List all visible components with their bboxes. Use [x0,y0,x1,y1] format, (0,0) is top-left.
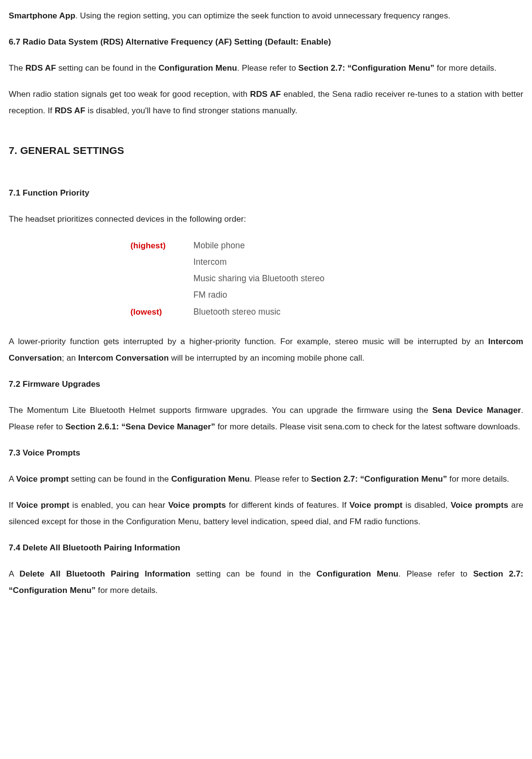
para-7-3-b: If Voice prompt is enabled, you can hear… [9,497,523,530]
priority-row: (lowest) Bluetooth stereo music [131,304,402,320]
text: will be interrupted by an incoming mobil… [169,353,365,363]
priority-row: (highest) Mobile phone [131,237,402,254]
text: When radio station signals get too weak … [9,90,250,99]
bold-intercom-conversation: Intercom Conversation [78,353,168,363]
text: A [9,569,19,578]
text: setting can be found in the [69,474,171,484]
bold-section-2-7: Section 2.7: “Configuration Menu” [311,474,447,484]
para-6-7-a: The RDS AF setting can be found in the C… [9,60,523,76]
para-7-3-a: A Voice prompt setting can be found in t… [9,471,523,487]
bold-voice-prompts: Voice prompts [451,501,508,510]
continuation-smartphone-app: Smartphone App. Using the region setting… [9,8,523,24]
para-7-2: The Momentum Lite Bluetooth Helmet suppo… [9,402,523,435]
priority-list: (highest) Mobile phone Intercom Music sh… [131,237,402,320]
priority-item: Intercom [194,254,227,270]
heading-6-7: 6.7 Radio Data System (RDS) Alternative … [9,34,523,50]
text: . Please refer to [237,63,299,73]
para-6-7-b: When radio station signals get too weak … [9,86,523,119]
bold-rds-af: RDS AF [55,106,85,115]
text: The [9,63,25,73]
bold-smartphone-app: Smartphone App [9,11,76,20]
text: If [9,501,16,510]
priority-row: Music sharing via Bluetooth stereo [131,270,402,287]
text: for more details. [96,586,158,595]
heading-7-4: 7.4 Delete All Bluetooth Pairing Informa… [9,540,523,556]
bold-configuration-menu: Configuration Menu [158,63,237,73]
heading-7-3: 7.3 Voice Prompts [9,445,523,461]
bold-voice-prompt: Voice prompt [350,501,403,510]
bold-voice-prompt: Voice prompt [16,474,69,484]
text: for more details. [447,474,509,484]
bold-voice-prompt: Voice prompt [16,501,70,510]
para-7-4: A Delete All Bluetooth Pairing Informati… [9,566,523,599]
text: . Please refer to [398,569,473,578]
priority-row: FM radio [131,287,402,303]
bold-section-2-7: Section 2.7: “Configuration Menu” [298,63,434,73]
bold-rds-af: RDS AF [25,63,56,73]
text: . Please refer to [250,474,311,484]
bold-section-2-6-1: Section 2.6.1: “Sena Device Manager” [65,422,215,431]
text: A [9,474,16,484]
heading-7-2: 7.2 Firmware Upgrades [9,376,523,393]
text: setting can be found in the [56,63,159,73]
text: for more details. [434,63,496,73]
text: is disabled, [403,501,451,510]
text: is disabled, you'll have to find stronge… [85,106,297,115]
bold-rds-af: RDS AF [250,90,281,99]
priority-label-highest: (highest) [131,238,194,254]
text: for more details. Please visit sena.com … [215,422,520,431]
text: for different kinds of features. If [226,501,350,510]
text: The Momentum Lite Bluetooth Helmet suppo… [9,406,432,415]
para-7-1-detail: A lower-priority function gets interrupt… [9,334,523,366]
priority-label-lowest: (lowest) [131,304,194,320]
priority-item: Music sharing via Bluetooth stereo [194,270,325,287]
text: . Using the region setting, you can opti… [76,11,451,20]
para-7-1-intro: The headset prioritizes connected device… [9,211,523,228]
bold-configuration-menu: Configuration Menu [317,569,398,578]
text: setting can be found in the [190,569,316,578]
text: ; an [62,353,78,363]
text: is enabled, you can hear [69,501,168,510]
heading-7: 7. GENERAL SETTINGS [9,140,523,161]
priority-item: Bluetooth stereo music [194,304,281,320]
bold-configuration-menu: Configuration Menu [171,474,250,484]
bold-voice-prompts: Voice prompts [168,501,226,510]
priority-item: Mobile phone [194,237,245,254]
text: A lower-priority function gets interrupt… [9,337,488,346]
priority-row: Intercom [131,254,402,270]
heading-7-1: 7.1 Function Priority [9,185,523,201]
bold-delete-all-bt-pairing: Delete All Bluetooth Pairing Information [19,569,190,578]
bold-sena-device-manager: Sena Device Manager [432,406,521,415]
priority-item: FM radio [194,287,228,303]
